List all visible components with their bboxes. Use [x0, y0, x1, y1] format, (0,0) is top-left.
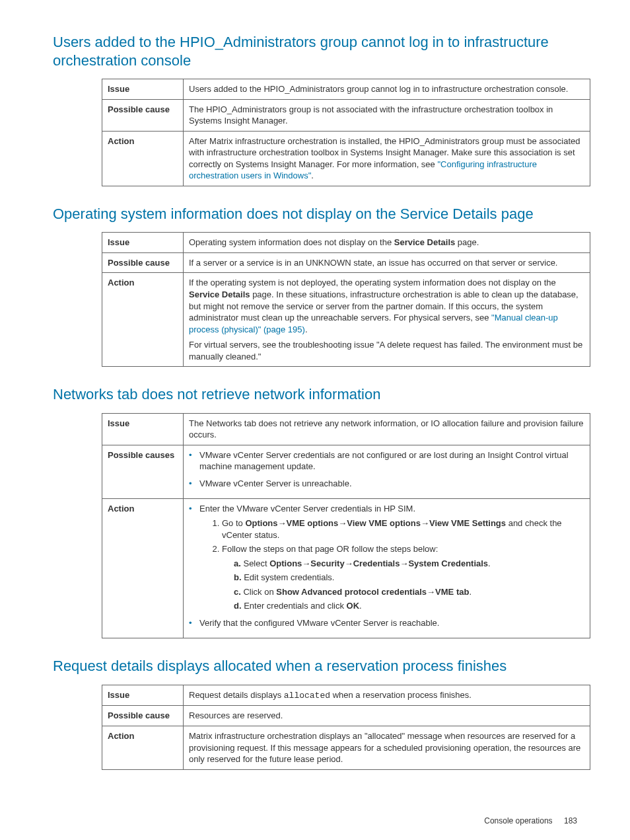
text: Go to	[222, 518, 245, 528]
cell-issue: Users added to the HPIO_Administrators g…	[184, 79, 590, 100]
text: If the operating system is not deployed,…	[189, 278, 556, 287]
text-bold: VME options	[287, 518, 339, 528]
label-issue: Issue	[102, 233, 184, 253]
text-bold: View VME options	[347, 518, 421, 528]
arrow-icon: →	[427, 587, 435, 597]
arrow-icon: →	[421, 518, 429, 528]
cell-action: Enter the VMware vCenter Server credenti…	[184, 499, 590, 638]
label: d.	[234, 601, 242, 611]
cell-action: After Matrix infrastructure orchestratio…	[184, 131, 590, 186]
arrow-icon: →	[278, 518, 287, 528]
text-bold: Service Details	[394, 237, 456, 247]
cell-cause: The HPIO_Administrators group is not ass…	[184, 99, 590, 131]
table-s3: Issue The Networks tab does not retrieve…	[102, 413, 590, 639]
heading-s4: Request details displays allocated when …	[53, 657, 577, 675]
text: page.	[455, 237, 479, 247]
list-item: a. Select Options→Security→Credentials→S…	[234, 558, 584, 570]
cell-action: If the operating system is not deployed,…	[184, 273, 590, 367]
text: Click on	[241, 587, 276, 597]
heading-s3: Networks tab does not retrieve network i…	[53, 385, 577, 404]
text-bold: Show Advanced protocol credentials	[276, 587, 427, 597]
text: Operating system information does not di…	[189, 237, 394, 247]
label: a.	[234, 558, 241, 568]
text: For virtual servers, see the troubleshoo…	[189, 339, 584, 362]
label-cause: Possible cause	[102, 99, 184, 131]
page-number: 183	[564, 816, 577, 825]
text: Enter the VMware vCenter Server credenti…	[199, 504, 415, 514]
text-bold: OK	[347, 601, 360, 611]
text: .	[359, 601, 362, 611]
text: Follow the steps on that page OR follow …	[222, 544, 438, 554]
arrow-icon: →	[338, 518, 347, 528]
text: when a reservation process finishes.	[330, 690, 472, 700]
list-item: VMware vCenter Server is unreachable.	[189, 478, 584, 490]
text: .	[305, 325, 308, 334]
text-bold: View VME Settings	[429, 518, 506, 528]
table-s1: Issue Users added to the HPIO_Administra…	[102, 79, 590, 186]
list-item: Enter the VMware vCenter Server credenti…	[189, 503, 584, 611]
list-item: Verify that the configured VMware vCente…	[189, 617, 584, 629]
cell-cause: If a server or a service is in an UNKNOW…	[184, 252, 590, 273]
arrow-icon: →	[345, 558, 353, 568]
list-item: VMware vCenter Server credentials are no…	[189, 449, 584, 473]
heading-s1: Users added to the HPIO_Administrators g…	[53, 33, 577, 69]
cell-cause: VMware vCenter Server credentials are no…	[184, 445, 590, 499]
arrow-icon: →	[302, 558, 310, 568]
cell-issue: The Networks tab does not retrieve any n…	[184, 413, 590, 445]
table-s2: Issue Operating system information does …	[102, 232, 590, 367]
list-item: Follow the steps on that page OR follow …	[222, 543, 584, 612]
table-s4: Issue Request details displays allocated…	[102, 685, 590, 770]
cell-cause: Resources are reserved.	[184, 706, 590, 726]
label: c.	[234, 587, 241, 597]
label-issue: Issue	[102, 413, 184, 445]
text: Enter credentials and click	[242, 601, 347, 611]
cell-action: Matrix infrastructure orchestration disp…	[184, 726, 590, 770]
label: b.	[234, 572, 242, 582]
list-item: b. Edit system credentials.	[234, 572, 584, 584]
cell-issue: Request details displays allocated when …	[184, 685, 590, 706]
text-bold: VME tab	[435, 587, 469, 597]
text: .	[311, 171, 314, 180]
label-cause: Possible causes	[102, 445, 184, 499]
text: Select	[241, 558, 269, 568]
cell-issue: Operating system information does not di…	[184, 233, 590, 253]
text-bold: Service Details	[189, 289, 250, 299]
text: .	[469, 587, 472, 597]
list-item: Go to Options→VME options→View VME optio…	[222, 517, 584, 541]
label-issue: Issue	[102, 79, 184, 100]
text: .	[488, 558, 491, 568]
list-item: c. Click on Show Advanced protocol crede…	[234, 586, 584, 598]
heading-s2: Operating system information does not di…	[53, 205, 577, 223]
label-action: Action	[102, 499, 184, 638]
text-bold: System Credentials	[408, 558, 488, 568]
label-action: Action	[102, 131, 184, 186]
label-action: Action	[102, 273, 184, 367]
text-bold: Security	[310, 558, 344, 568]
text: Request details displays	[189, 690, 284, 700]
label-action: Action	[102, 726, 184, 770]
text-bold: Options	[269, 558, 302, 568]
footer-text: Console operations	[484, 816, 552, 825]
label-issue: Issue	[102, 685, 184, 706]
list-item: d. Enter credentials and click OK.	[234, 600, 584, 612]
arrow-icon: →	[400, 558, 408, 568]
label-cause: Possible cause	[102, 252, 184, 273]
text-code: allocated	[284, 691, 330, 701]
text-bold: Options	[245, 518, 277, 528]
text: Edit system credentials.	[242, 572, 335, 582]
page-footer: Console operations 183	[53, 816, 577, 825]
label-cause: Possible cause	[102, 706, 184, 726]
text-bold: Credentials	[353, 558, 400, 568]
